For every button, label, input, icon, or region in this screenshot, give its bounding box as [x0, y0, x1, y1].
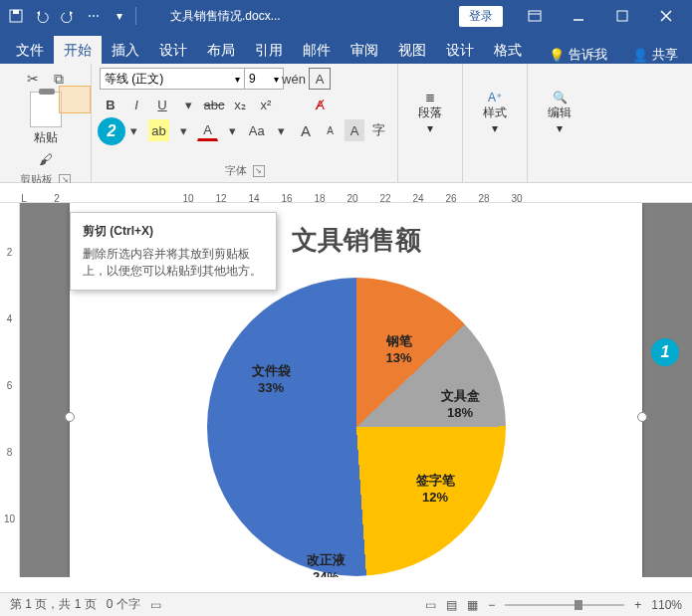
font-group: ▾ ▾ wén A B I U ▾ abc x₂ x² A̸ A ▾ ab	[92, 64, 398, 182]
tab-references[interactable]: 引用	[245, 36, 293, 64]
slice-label-correction: 改正液24%	[307, 551, 346, 577]
font-color-drop-icon[interactable]: ▾	[222, 119, 243, 141]
char-border-button[interactable]: A	[309, 68, 331, 90]
slice-label-case: 文具盒18%	[441, 387, 480, 420]
underline-drop-icon[interactable]: ▾	[177, 94, 199, 115]
paste-label: 粘贴	[34, 129, 58, 146]
redo-icon[interactable]	[56, 4, 80, 28]
bold-button[interactable]: B	[100, 94, 121, 115]
format-painter-button[interactable]: 🖌	[34, 148, 58, 170]
edit-group: 🔍编辑▾	[528, 64, 591, 182]
web-layout-icon[interactable]: ▦	[467, 598, 478, 612]
find-icon: 🔍	[553, 91, 568, 104]
minimize-icon[interactable]	[557, 0, 600, 32]
paragraph-group: ≣段落▾	[398, 64, 463, 182]
svg-rect-5	[617, 11, 627, 21]
qat-more-icon[interactable]: ⋯	[82, 4, 106, 28]
tab-design[interactable]: 设计	[149, 36, 197, 64]
qat-dropdown-icon[interactable]: ▾	[108, 4, 131, 28]
highlight-button[interactable]: ab	[148, 119, 169, 141]
selection-handle-right[interactable]	[637, 412, 647, 422]
char-shading-button[interactable]: A	[345, 119, 365, 141]
paragraph-icon: ≣	[425, 91, 435, 104]
tab-mail[interactable]: 邮件	[293, 36, 341, 64]
selection-handle-left[interactable]	[65, 412, 75, 422]
tab-chart-design[interactable]: 设计	[436, 36, 484, 64]
share-button[interactable]: 👤共享	[624, 46, 686, 64]
document-title: 文具销售情况.docx...	[170, 8, 459, 25]
tab-file[interactable]: 文件	[6, 36, 54, 64]
phonetic-guide-button[interactable]: wén	[283, 68, 305, 90]
tab-layout[interactable]: 布局	[197, 36, 245, 64]
paragraph-button[interactable]: ≣段落▾	[406, 68, 454, 157]
grow-font-button[interactable]: A	[296, 119, 317, 141]
status-bar: 第 1 页，共 1 页 0 个字 ▭ ▭ ▤ ▦ − + 110%	[0, 592, 692, 616]
title-bar: ⋯ ▾ 文具销售情况.docx... 登录	[0, 0, 692, 32]
zoom-level[interactable]: 110%	[651, 598, 682, 612]
pie-graphic[interactable]	[207, 278, 506, 576]
tooltip-body: 删除所选内容并将其放到剪贴板上，以便您可以粘贴到其他地方。	[83, 246, 264, 280]
font-name-select[interactable]	[100, 68, 249, 90]
text-effects-drop-icon[interactable]: ▾	[124, 119, 145, 141]
slice-label-signpen: 签字笔12%	[416, 472, 455, 505]
slice-label-pen: 钢笔13%	[386, 332, 412, 365]
lightbulb-icon: 💡	[549, 48, 565, 63]
font-launcher-icon[interactable]: ↘	[253, 165, 265, 177]
font-color-button[interactable]: A	[197, 119, 218, 141]
italic-button[interactable]: I	[125, 94, 147, 115]
maximize-icon[interactable]	[600, 0, 644, 32]
page-indicator[interactable]: 第 1 页，共 1 页	[10, 596, 97, 613]
tab-view[interactable]: 视图	[388, 36, 436, 64]
share-label: 共享	[652, 46, 678, 64]
strike-button[interactable]: abc	[203, 94, 225, 115]
enclosed-char-button[interactable]: 字	[368, 119, 389, 141]
horizontal-ruler[interactable]	[0, 183, 692, 203]
underline-button[interactable]: U	[151, 94, 173, 115]
edit-button[interactable]: 🔍编辑▾	[536, 68, 583, 157]
subscript-button[interactable]: x₂	[229, 94, 251, 115]
pie-chart[interactable]: 钢笔13% 文具盒18% 签字笔12% 改正液24% 文件袋33%	[187, 278, 526, 577]
proofing-icon[interactable]: ▭	[150, 598, 161, 612]
ribbon-options-icon[interactable]	[513, 0, 557, 32]
tab-home[interactable]: 开始	[54, 36, 102, 64]
highlight-drop-icon[interactable]: ▾	[173, 119, 194, 141]
undo-icon[interactable]	[30, 4, 54, 28]
edit-label: 编辑	[548, 104, 572, 121]
clear-format-button[interactable]: A̸	[309, 94, 331, 115]
tab-review[interactable]: 审阅	[341, 36, 388, 64]
zoom-out-button[interactable]: −	[488, 598, 495, 612]
tab-format[interactable]: 格式	[484, 36, 532, 64]
callout-1: 1	[651, 338, 679, 366]
paste-button[interactable]: 粘贴	[30, 92, 62, 146]
change-case-button[interactable]: Aa	[246, 119, 267, 141]
svg-rect-2	[529, 11, 541, 21]
zoom-slider[interactable]	[505, 604, 624, 606]
share-icon: 👤	[632, 48, 648, 63]
tooltip-title: 剪切 (Ctrl+X)	[83, 223, 264, 240]
tab-insert[interactable]: 插入	[102, 36, 149, 64]
clipboard-group: ✂ ⧉ 粘贴 🖌 剪贴板↘	[0, 64, 92, 182]
paragraph-label: 段落	[418, 104, 442, 121]
save-icon[interactable]	[4, 4, 28, 28]
vertical-ruler[interactable]: 246810	[0, 203, 20, 577]
separator	[135, 7, 136, 25]
zoom-in-button[interactable]: +	[634, 598, 641, 612]
case-drop-icon[interactable]: ▾	[271, 119, 292, 141]
styles-group: A⁺样式▾	[463, 64, 528, 182]
ribbon-tabs: 文件 开始 插入 设计 布局 引用 邮件 审阅 视图 设计 格式 💡告诉我 👤共…	[0, 32, 692, 64]
font-name-drop-icon[interactable]: ▾	[235, 74, 240, 85]
login-button[interactable]: 登录	[459, 6, 503, 27]
shrink-font-button[interactable]: A	[320, 119, 341, 141]
clipboard-icon	[30, 92, 62, 127]
close-icon[interactable]	[644, 0, 688, 32]
font-size-drop-icon[interactable]: ▾	[274, 74, 279, 85]
copy-button[interactable]: ⧉	[47, 68, 71, 90]
print-layout-icon[interactable]: ▤	[446, 598, 457, 612]
read-mode-icon[interactable]: ▭	[425, 598, 436, 612]
cut-button[interactable]: ✂	[21, 68, 45, 90]
tell-me[interactable]: 💡告诉我	[541, 46, 615, 64]
word-count[interactable]: 0 个字	[107, 596, 140, 613]
styles-button[interactable]: A⁺样式▾	[471, 68, 519, 157]
superscript-button[interactable]: x²	[255, 94, 277, 115]
slice-label-folder: 文件袋33%	[252, 362, 291, 395]
